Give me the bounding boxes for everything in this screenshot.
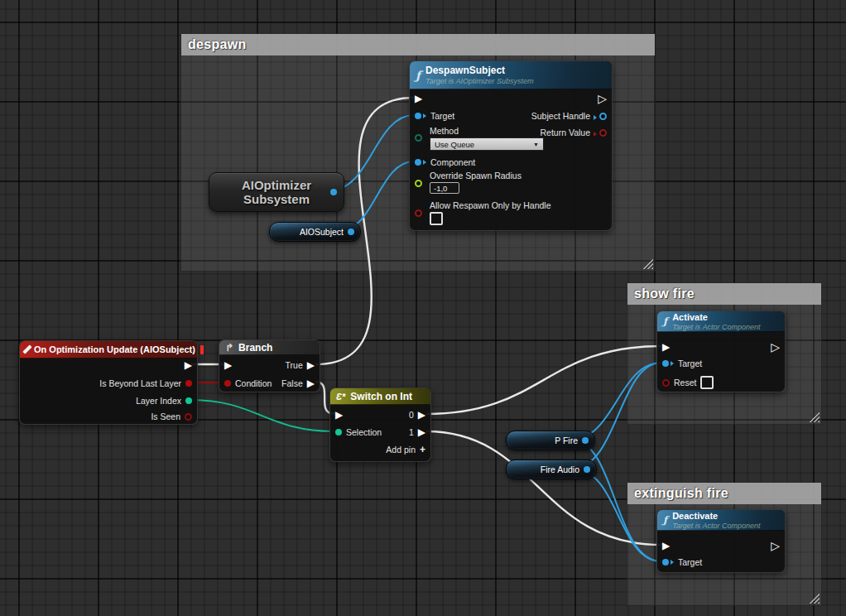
branch-icon: ↱ xyxy=(225,342,233,354)
pin-row: ▶ True xyxy=(286,359,315,372)
pin-target[interactable] xyxy=(662,559,669,565)
node-title: DespawnSubject xyxy=(425,65,533,76)
comment-despawn-titlebar[interactable]: despawn xyxy=(181,34,655,55)
pin-label: Component xyxy=(430,157,475,167)
pin-subsystem-out[interactable] xyxy=(330,189,337,195)
override-spawn-radius-input[interactable]: -1,0 xyxy=(430,182,459,194)
pin-row: Is Beyond Last Layer xyxy=(99,377,192,390)
pin-method[interactable] xyxy=(415,134,422,142)
pin-row: ▶ xyxy=(185,359,192,372)
event-delegate-icon xyxy=(200,345,204,354)
pin-allow-respawn[interactable] xyxy=(415,209,422,217)
blueprint-graph-canvas[interactable]: despawn show fire extinguish fire xyxy=(0,0,846,616)
comment-extinguish-fire-resize-handle[interactable] xyxy=(807,591,820,604)
node-despawn-subject-header[interactable]: ƒ DespawnSubject Target is AIOptimizer S… xyxy=(410,61,612,89)
pin-label: True xyxy=(286,360,303,370)
pin-reset[interactable] xyxy=(662,379,670,387)
add-pin-label: Add pin xyxy=(386,445,416,455)
comment-extinguish-fire-titlebar[interactable]: extinguish fire xyxy=(627,483,821,504)
function-icon: ƒ xyxy=(416,69,421,82)
pin-row: ▶ xyxy=(415,92,422,105)
exec-out-pin[interactable]: ▷ xyxy=(771,341,780,353)
pin-component[interactable] xyxy=(415,159,421,166)
node-subtitle: Target is AIOptimizer Subsystem xyxy=(425,77,533,85)
node-activate[interactable]: ƒ Activate Target is Actor Component ▶ ▷… xyxy=(656,310,786,392)
pin-pfire-out[interactable] xyxy=(582,437,589,444)
pin-row: Is Seen xyxy=(151,410,192,423)
pin-target[interactable] xyxy=(415,113,421,119)
allow-respawn-checkbox[interactable] xyxy=(430,212,443,225)
pin-is-beyond-last-layer[interactable] xyxy=(185,380,192,387)
node-on-optimization-update-header[interactable]: On Optimization Update (AIOSubject) xyxy=(20,341,197,359)
exec-out-pin[interactable]: ▷ xyxy=(598,93,607,104)
pin-label: Override Spawn Radius xyxy=(430,171,522,180)
exec-in-pin[interactable]: ▶ xyxy=(415,94,422,103)
node-title: Switch on Int xyxy=(350,391,412,402)
node-switch-header[interactable]: Ɛ* Switch on Int xyxy=(330,388,430,405)
pin-row: + Add pin xyxy=(386,443,425,456)
node-despawn-subject[interactable]: ƒ DespawnSubject Target is AIOptimizer S… xyxy=(409,60,613,231)
node-deactivate[interactable]: ƒ Deactivate Target is Actor Component ▶… xyxy=(656,509,786,573)
node-branch[interactable]: ↱ Branch ▶ ▶ True Condition ▶ False xyxy=(219,339,320,392)
exec-in-pin[interactable]: ▶ xyxy=(662,342,670,352)
pin-row: ▶ xyxy=(224,359,232,372)
exec-in-pin[interactable]: ▶ xyxy=(335,410,343,420)
node-aiosubject[interactable]: AIOSubject xyxy=(269,222,361,242)
pin-label: Layer Index xyxy=(136,396,181,406)
pin-label: Method xyxy=(430,126,544,136)
exec-in-pin[interactable]: ▶ xyxy=(224,360,232,370)
exec-case0-pin[interactable]: ▶ xyxy=(418,410,425,420)
override-field-block: Override Spawn Radius -1,0 xyxy=(430,171,522,194)
reset-checkbox[interactable] xyxy=(700,376,714,389)
variable-label: AIOptimizer Subsystem xyxy=(227,178,326,207)
exec-false-pin[interactable]: ▶ xyxy=(307,378,315,388)
function-icon: ƒ xyxy=(663,514,667,526)
exec-case1-pin[interactable]: ▶ xyxy=(418,427,425,437)
pin-selection[interactable] xyxy=(335,429,342,436)
pin-row: ▷ xyxy=(598,92,607,105)
pin-row: Target xyxy=(662,556,702,569)
method-field-block: Method Use Queue ▼ xyxy=(430,126,544,151)
pin-is-seen[interactable] xyxy=(185,413,192,421)
node-switch-on-int[interactable]: Ɛ* Switch on Int ▶ ▶ 0 Selection ▶ 1 + A… xyxy=(329,387,431,462)
node-branch-header[interactable]: ↱ Branch xyxy=(219,340,320,355)
method-dropdown[interactable]: Use Queue ▼ xyxy=(430,137,544,151)
pin-label: Target xyxy=(430,111,454,121)
pin-label: Is Beyond Last Layer xyxy=(99,378,181,388)
pin-condition[interactable] xyxy=(224,380,231,387)
node-p-fire[interactable]: P Fire xyxy=(506,431,595,450)
pin-row: Target xyxy=(662,357,702,370)
exec-in-pin[interactable]: ▶ xyxy=(662,541,670,551)
pin-label: Allow Respawn Only by Handle xyxy=(430,200,551,210)
pin-label: 0 xyxy=(409,410,414,420)
method-dropdown-value: Use Queue xyxy=(435,140,530,149)
pin-aiosubject-out[interactable] xyxy=(348,229,354,235)
comment-show-fire-resize-handle[interactable] xyxy=(807,410,820,422)
pin-row: Reset xyxy=(662,376,714,389)
add-pin-button[interactable]: + xyxy=(420,444,425,455)
node-activate-header[interactable]: ƒ Activate Target is Actor Component xyxy=(657,311,785,332)
node-on-optimization-update[interactable]: On Optimization Update (AIOSubject) ▶ Is… xyxy=(19,340,198,425)
comment-show-fire-titlebar[interactable]: show fire xyxy=(627,283,821,305)
exec-out-pin[interactable]: ▶ xyxy=(185,360,192,370)
exec-out-pin[interactable]: ▷ xyxy=(771,540,780,551)
pin-layer-index[interactable] xyxy=(185,397,192,404)
pin-override-spawn-radius[interactable] xyxy=(415,180,422,187)
allow-respawn-block: Allow Respawn Only by Handle xyxy=(430,200,551,225)
node-aioptimizer-subsystem[interactable]: AIOptimizer Subsystem xyxy=(209,172,344,212)
comment-despawn-title: despawn xyxy=(188,37,247,52)
pin-label: Target xyxy=(678,359,702,368)
exec-true-pin[interactable]: ▶ xyxy=(307,360,315,370)
chevron-down-icon: ▼ xyxy=(533,142,539,147)
pin-label: Selection xyxy=(346,427,382,437)
pin-return-value[interactable] xyxy=(599,129,607,137)
comment-despawn-resize-handle[interactable] xyxy=(641,257,653,269)
node-fire-audio[interactable]: Fire Audio xyxy=(506,460,597,479)
pin-subject-handle[interactable] xyxy=(599,113,607,120)
pin-target[interactable] xyxy=(662,360,669,367)
pin-fireaudio-out[interactable] xyxy=(584,466,590,473)
node-deactivate-header[interactable]: ƒ Deactivate Target is Actor Component xyxy=(657,510,785,531)
pin-row: Component xyxy=(415,156,475,169)
pin-row: Target xyxy=(415,109,454,123)
pin-row: ▷ xyxy=(771,340,780,354)
